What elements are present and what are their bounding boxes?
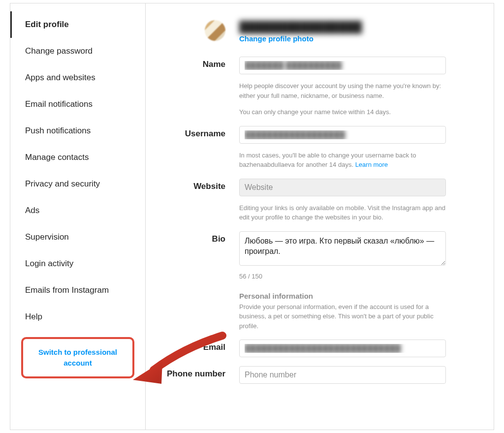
sidebar-item-label: Login activity (25, 259, 73, 268)
name-help-2: You can only change your name twice with… (239, 107, 446, 117)
avatar[interactable] (205, 20, 225, 41)
sidebar-item-label: Supervision (25, 232, 69, 242)
sidebar-item-label: Manage contacts (25, 153, 89, 162)
bio-textarea[interactable] (239, 231, 446, 266)
switch-professional-account-link[interactable]: Switch to professional account (27, 347, 128, 369)
sidebar-item-label: Apps and websites (25, 73, 95, 82)
phone-label: Phone number (163, 366, 239, 379)
sidebar-item-emails-instagram[interactable]: Emails from Instagram (10, 277, 145, 304)
switch-account-highlight-box: Switch to professional account (21, 337, 134, 378)
email-input[interactable] (239, 340, 446, 357)
email-label: Email (163, 340, 239, 352)
username-learn-more-link[interactable]: Learn more (355, 161, 388, 168)
website-input (239, 179, 446, 196)
sidebar-item-edit-profile[interactable]: Edit profile (10, 11, 145, 38)
sidebar-item-label: Privacy and security (25, 179, 100, 188)
sidebar-item-label: Push notifications (25, 126, 91, 135)
website-help: Editing your links is only available on … (239, 203, 446, 222)
edit-profile-form: ████████████████ Change profile photo Na… (146, 3, 494, 430)
username-input[interactable] (239, 126, 446, 144)
sidebar-item-label: Ads (25, 206, 39, 215)
settings-sidebar: Edit profile Change password Apps and we… (10, 3, 146, 430)
sidebar-item-label: Change password (25, 46, 93, 56)
bio-label: Bio (163, 231, 239, 244)
personal-info-help: Provide your personal information, even … (239, 302, 446, 331)
sidebar-item-apps-websites[interactable]: Apps and websites (10, 64, 145, 91)
settings-container: Edit profile Change password Apps and we… (10, 3, 494, 430)
sidebar-item-email-notifications[interactable]: Email notifications (10, 91, 145, 118)
name-help-1: Help people discover your account by usi… (239, 81, 446, 100)
personal-info-header: Personal information (239, 292, 446, 300)
sidebar-item-label: Email notifications (25, 99, 93, 109)
name-label: Name (163, 57, 239, 69)
website-label: Website (163, 179, 239, 191)
profile-header-row: ████████████████ Change profile photo (163, 20, 463, 43)
sidebar-item-push-notifications[interactable]: Push notifications (10, 118, 145, 144)
name-input[interactable] (239, 57, 446, 74)
sidebar-item-supervision[interactable]: Supervision (10, 224, 145, 250)
sidebar-item-privacy-security[interactable]: Privacy and security (10, 171, 145, 197)
sidebar-item-ads[interactable]: Ads (10, 197, 145, 224)
change-profile-photo-link[interactable]: Change profile photo (239, 34, 362, 43)
username-label: Username (163, 126, 239, 139)
header-username: ████████████████ (239, 21, 362, 33)
sidebar-item-login-activity[interactable]: Login activity (10, 250, 145, 277)
sidebar-item-label: Emails from Instagram (25, 285, 109, 295)
sidebar-item-label: Help (25, 312, 42, 321)
sidebar-item-change-password[interactable]: Change password (10, 38, 145, 64)
sidebar-item-label: Edit profile (25, 20, 69, 29)
bio-char-count: 56 / 150 (239, 273, 446, 280)
sidebar-item-help[interactable]: Help (10, 304, 145, 330)
username-help: In most cases, you'll be able to change … (239, 151, 446, 170)
sidebar-item-manage-contacts[interactable]: Manage contacts (10, 144, 145, 171)
phone-input[interactable] (239, 366, 446, 384)
